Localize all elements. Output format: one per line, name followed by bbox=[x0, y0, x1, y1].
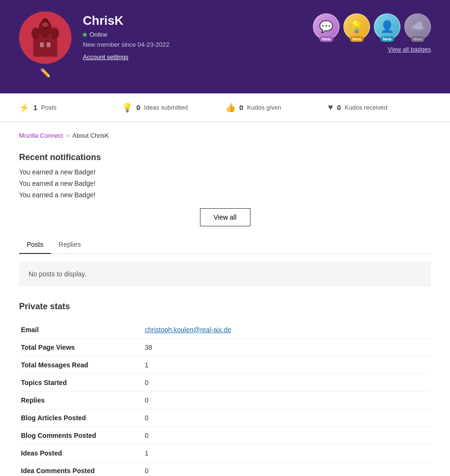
online-dot bbox=[83, 33, 87, 37]
badge-item-chat: 💬 New bbox=[313, 13, 340, 40]
stats-value-email: christoph.koulen@real-aix.de bbox=[143, 321, 431, 339]
badge-icon-gray: ☁️ bbox=[410, 20, 425, 33]
stats-row-replies: Replies 0 bbox=[19, 391, 431, 409]
online-status: Online bbox=[83, 31, 301, 38]
stats-bar: ⚡ 1 Posts 💡 0 Ideas submitted 👍 0 Kudos … bbox=[0, 93, 450, 122]
stats-label-replies: Replies bbox=[19, 391, 143, 409]
stats-value-topics-started: 0 bbox=[143, 374, 431, 391]
notification-item-2: You earned a new Badge! bbox=[19, 180, 431, 187]
stat-posts: ⚡ 1 Posts bbox=[19, 102, 122, 113]
profile-banner: ✏️ ChrisK Online New member since 04-23-… bbox=[0, 0, 450, 93]
content-tabs: Posts Replies bbox=[19, 236, 431, 254]
stats-label-messages-read: Total Messages Read bbox=[19, 356, 143, 374]
svg-rect-7 bbox=[40, 42, 44, 47]
kudos-received-label: Kudos received bbox=[345, 104, 388, 111]
member-since: New member since 04-23-2022 bbox=[83, 41, 301, 48]
account-settings-link[interactable]: Account settings bbox=[83, 53, 128, 61]
kudos-received-icon: ♥ bbox=[328, 102, 333, 112]
badge-circle-idea: 💡 New bbox=[343, 13, 370, 40]
stats-label-idea-comments: Idea Comments Posted bbox=[19, 462, 143, 476]
edit-icon-wrap[interactable]: ✏️ bbox=[19, 68, 71, 78]
notification-item-3: You earned a new Badge! bbox=[19, 191, 431, 199]
tab-posts[interactable]: Posts bbox=[19, 236, 51, 254]
badges-section: 💬 New 💡 New 👤 New ☁️ New bbox=[313, 11, 431, 53]
svg-rect-8 bbox=[47, 42, 50, 47]
ideas-icon: 💡 bbox=[122, 102, 132, 113]
notification-item-1: You earned a new Badge! bbox=[19, 168, 431, 176]
stats-row-blog-articles: Blog Articles Posted 0 bbox=[19, 409, 431, 426]
breadcrumb-current: About ChrisK bbox=[72, 132, 109, 139]
private-stats-table: Email christoph.koulen@real-aix.de Total… bbox=[19, 321, 431, 476]
svg-rect-9 bbox=[33, 37, 57, 38]
posts-count: 1 bbox=[33, 103, 37, 111]
main-content: Mozilla Connect > About ChrisK Recent no… bbox=[0, 122, 450, 476]
stat-kudos-received: ♥ 0 Kudos received bbox=[328, 102, 431, 112]
stats-value-replies: 0 bbox=[143, 391, 431, 409]
stats-label-email: Email bbox=[19, 321, 143, 339]
stats-label-page-views: Total Page Views bbox=[19, 338, 143, 356]
stats-row-ideas-posted: Ideas Posted 1 bbox=[19, 444, 431, 462]
no-posts-message: No posts to display. bbox=[19, 262, 431, 286]
view-all-badges-link[interactable]: View all badges bbox=[388, 46, 431, 53]
badge-circle-chat: 💬 New bbox=[313, 13, 340, 40]
badge-circle-gray: ☁️ New bbox=[404, 13, 431, 40]
svg-rect-1 bbox=[33, 38, 57, 57]
stats-value-blog-comments: 0 bbox=[143, 426, 431, 444]
edit-profile-icon[interactable]: ✏️ bbox=[40, 68, 50, 78]
badge-new-gray: New bbox=[411, 36, 425, 42]
kudos-given-label: Kudos given bbox=[247, 104, 281, 111]
stats-label-topics-started: Topics Started bbox=[19, 374, 143, 391]
stats-value-blog-articles: 0 bbox=[143, 409, 431, 426]
profile-name: ChrisK bbox=[83, 13, 301, 28]
stat-kudos-given: 👍 0 Kudos given bbox=[225, 102, 328, 113]
stats-row-messages-read: Total Messages Read 1 bbox=[19, 356, 431, 374]
badge-new-chat: New bbox=[320, 36, 333, 42]
kudos-given-count: 0 bbox=[240, 103, 243, 111]
profile-info: ChrisK Online New member since 04-23-202… bbox=[83, 11, 301, 61]
online-text: Online bbox=[90, 31, 108, 38]
stats-value-ideas-posted: 1 bbox=[143, 444, 431, 462]
badge-item-gray: ☁️ New bbox=[404, 13, 431, 40]
avatar bbox=[19, 11, 71, 64]
stats-value-page-views: 38 bbox=[143, 338, 431, 356]
posts-icon: ⚡ bbox=[19, 102, 30, 113]
stats-row-idea-comments: Idea Comments Posted 0 bbox=[19, 462, 431, 476]
badge-icon-person: 👤 bbox=[380, 20, 394, 33]
stats-row-email: Email christoph.koulen@real-aix.de bbox=[19, 321, 431, 339]
badge-new-person: New bbox=[380, 36, 394, 42]
badge-circle-person: 👤 New bbox=[374, 13, 400, 40]
breadcrumb-separator: > bbox=[66, 132, 70, 139]
kudos-given-icon: 👍 bbox=[225, 102, 236, 113]
stats-row-topics-started: Topics Started 0 bbox=[19, 374, 431, 391]
breadcrumb: Mozilla Connect > About ChrisK bbox=[19, 132, 431, 139]
ideas-label: Ideas submitted bbox=[144, 104, 188, 111]
breadcrumb-home[interactable]: Mozilla Connect bbox=[19, 132, 63, 139]
badge-item-idea: 💡 New bbox=[343, 13, 370, 40]
tab-replies[interactable]: Replies bbox=[51, 236, 89, 254]
avatar-wrap: ✏️ bbox=[19, 11, 71, 78]
stat-ideas: 💡 0 Ideas submitted bbox=[122, 102, 225, 113]
notifications-title: Recent notifications bbox=[19, 152, 431, 162]
kudos-received-count: 0 bbox=[337, 103, 340, 111]
email-link[interactable]: christoph.koulen@real-aix.de bbox=[145, 326, 231, 334]
stats-value-messages-read: 1 bbox=[143, 356, 431, 374]
stats-row-blog-comments: Blog Comments Posted 0 bbox=[19, 426, 431, 444]
badge-icon-chat: 💬 bbox=[319, 20, 333, 33]
ideas-count: 0 bbox=[136, 103, 140, 111]
badge-item-person: 👤 New bbox=[374, 13, 400, 40]
svg-point-10 bbox=[42, 22, 49, 27]
badge-icon-idea: 💡 bbox=[350, 20, 364, 33]
stats-label-ideas-posted: Ideas Posted bbox=[19, 444, 143, 462]
stats-row-page-views: Total Page Views 38 bbox=[19, 338, 431, 356]
view-all-notifications-button[interactable]: View all bbox=[200, 208, 250, 226]
private-stats-title: Private stats bbox=[19, 302, 431, 312]
stats-value-idea-comments: 0 bbox=[143, 462, 431, 476]
posts-label: Posts bbox=[41, 104, 57, 111]
stats-label-blog-articles: Blog Articles Posted bbox=[19, 409, 143, 426]
badge-new-idea: New bbox=[350, 36, 364, 42]
stats-label-blog-comments: Blog Comments Posted bbox=[19, 426, 143, 444]
badges-row: 💬 New 💡 New 👤 New ☁️ New bbox=[313, 13, 431, 40]
